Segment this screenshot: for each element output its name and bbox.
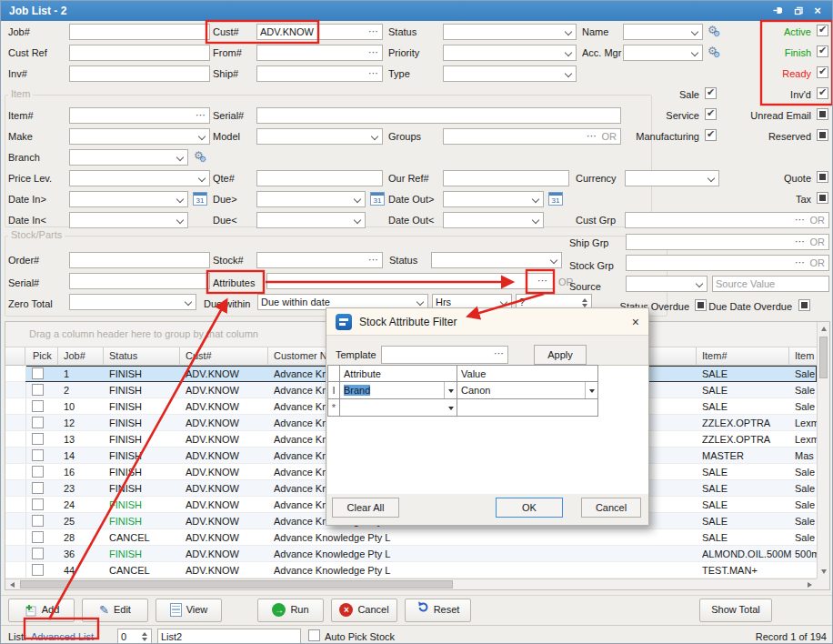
due-gt-dropdown[interactable] bbox=[256, 191, 366, 207]
close-icon[interactable]: × bbox=[632, 315, 639, 329]
header-item-no[interactable]: Item# bbox=[697, 347, 789, 366]
ellipsis-icon[interactable] bbox=[794, 256, 805, 269]
pick-checkbox[interactable] bbox=[32, 482, 44, 494]
service-checkbox[interactable] bbox=[705, 108, 717, 120]
zero-total-dropdown[interactable] bbox=[69, 294, 196, 310]
type-dropdown[interactable] bbox=[443, 65, 577, 82]
ready-checkbox[interactable] bbox=[817, 66, 828, 78]
attributes-button[interactable]: Attributes bbox=[213, 277, 255, 289]
stock-status-dropdown[interactable] bbox=[431, 252, 562, 268]
ellipsis-icon[interactable] bbox=[794, 213, 805, 226]
calendar-icon[interactable] bbox=[193, 192, 207, 206]
table-row[interactable]: 28 CANCEL ADV.KNOW Advance Knowledge Pty… bbox=[5, 529, 817, 546]
serial2-input[interactable] bbox=[69, 273, 210, 289]
ship-grp-input[interactable]: OR bbox=[626, 234, 829, 250]
chevron-down-icon[interactable] bbox=[691, 28, 698, 35]
invd-checkbox[interactable] bbox=[817, 87, 828, 99]
ellipsis-icon[interactable] bbox=[367, 45, 378, 59]
gear-icon[interactable]: ⚙⚙ bbox=[708, 25, 718, 35]
grid-header-attribute[interactable]: Attribute bbox=[339, 365, 457, 382]
vertical-scrollbar[interactable] bbox=[817, 322, 829, 579]
cust-input[interactable]: ADV.KNOW bbox=[256, 24, 383, 40]
pin-icon[interactable] bbox=[770, 5, 785, 17]
table-row[interactable]: 36 FINISH ADV.KNOW Advance Knowledge Pty… bbox=[5, 546, 817, 562]
cancel-button[interactable]: Cancel bbox=[581, 498, 641, 518]
scroll-down-icon[interactable] bbox=[821, 569, 827, 574]
attributes-input[interactable] bbox=[266, 273, 554, 289]
inv-input[interactable] bbox=[69, 65, 210, 82]
ellipsis-icon[interactable] bbox=[195, 108, 206, 122]
chevron-down-icon[interactable] bbox=[565, 28, 572, 35]
ellipsis-icon[interactable] bbox=[493, 347, 504, 360]
reset-button[interactable]: Reset bbox=[405, 599, 471, 622]
list-number-stepper[interactable]: 0 bbox=[117, 629, 152, 644]
header-status[interactable]: Status bbox=[104, 347, 180, 366]
spin-up-icon[interactable] bbox=[582, 298, 587, 302]
spin-down-icon[interactable] bbox=[142, 638, 147, 641]
status-overdue-checkbox[interactable] bbox=[695, 299, 707, 311]
chevron-down-icon[interactable] bbox=[696, 280, 703, 287]
chevron-down-icon[interactable] bbox=[500, 298, 507, 306]
pick-checkbox[interactable] bbox=[32, 400, 44, 412]
groups-input[interactable]: OR bbox=[443, 128, 621, 145]
pick-checkbox[interactable] bbox=[32, 564, 44, 576]
header-job[interactable]: Job# bbox=[58, 347, 104, 366]
priority-dropdown[interactable] bbox=[443, 45, 577, 61]
pick-checkbox[interactable] bbox=[32, 498, 44, 510]
finish-checkbox[interactable] bbox=[817, 45, 828, 57]
manufacturing-checkbox[interactable] bbox=[705, 129, 717, 141]
cust-grp-input[interactable]: OR bbox=[625, 212, 829, 228]
date-out-gt-dropdown[interactable] bbox=[443, 191, 544, 207]
chevron-down-icon[interactable] bbox=[198, 175, 206, 182]
reserved-checkbox[interactable] bbox=[817, 129, 828, 141]
chevron-down-icon[interactable] bbox=[416, 298, 424, 306]
pick-checkbox[interactable] bbox=[32, 466, 44, 478]
horizontal-scroll-thumb[interactable] bbox=[20, 580, 453, 589]
chevron-down-icon[interactable] bbox=[185, 298, 192, 306]
spin-up-icon[interactable] bbox=[142, 632, 147, 636]
close-icon[interactable]: × bbox=[810, 5, 825, 17]
status-dropdown[interactable] bbox=[443, 24, 577, 40]
acc-mgr-dropdown[interactable] bbox=[623, 45, 703, 61]
chevron-down-icon[interactable] bbox=[532, 196, 539, 203]
chevron-down-icon[interactable] bbox=[691, 49, 698, 56]
scroll-right-icon[interactable] bbox=[808, 582, 812, 588]
ellipsis-icon[interactable] bbox=[367, 25, 378, 38]
scroll-left-icon[interactable] bbox=[10, 582, 15, 588]
ellipsis-icon[interactable] bbox=[367, 253, 378, 267]
view-button[interactable]: View bbox=[156, 599, 222, 622]
header-item[interactable]: Item bbox=[789, 347, 817, 366]
source-dropdown[interactable] bbox=[626, 276, 708, 292]
attribute-cell[interactable]: Brand bbox=[339, 381, 457, 399]
stock-grp-input[interactable]: OR bbox=[626, 255, 829, 271]
name-dropdown[interactable] bbox=[623, 24, 703, 40]
restore-icon[interactable] bbox=[791, 5, 806, 17]
ellipsis-icon[interactable] bbox=[794, 235, 805, 248]
pick-checkbox[interactable] bbox=[32, 367, 44, 379]
due-date-overdue-checkbox[interactable] bbox=[798, 299, 810, 311]
price-lev-dropdown[interactable] bbox=[69, 170, 210, 186]
chevron-down-icon[interactable] bbox=[565, 70, 572, 77]
scroll-up-icon[interactable] bbox=[821, 327, 827, 331]
source-value-input[interactable]: Source Value bbox=[712, 276, 829, 292]
date-in-gt-dropdown[interactable] bbox=[69, 191, 188, 207]
serial-input[interactable] bbox=[256, 107, 621, 124]
currency-dropdown[interactable] bbox=[625, 170, 719, 186]
calendar-icon[interactable] bbox=[370, 192, 385, 206]
model-dropdown[interactable] bbox=[256, 128, 383, 145]
gear-icon[interactable]: ⚙⚙ bbox=[194, 150, 204, 161]
chevron-down-icon[interactable] bbox=[589, 389, 595, 393]
from-input[interactable] bbox=[256, 45, 383, 61]
make-dropdown[interactable] bbox=[69, 128, 210, 145]
chevron-down-icon[interactable] bbox=[176, 196, 184, 203]
show-total-button[interactable]: Show Total bbox=[699, 599, 772, 622]
pick-checkbox[interactable] bbox=[32, 433, 44, 445]
header-cust[interactable]: Cust# bbox=[180, 347, 268, 366]
ship-input[interactable] bbox=[256, 65, 383, 82]
calendar-icon[interactable] bbox=[548, 192, 563, 206]
chevron-down-icon[interactable] bbox=[532, 216, 539, 224]
cust-ref-input[interactable] bbox=[69, 45, 210, 61]
stock-no-input[interactable] bbox=[256, 252, 383, 268]
job-input[interactable] bbox=[69, 24, 210, 40]
gear-icon[interactable]: ⚙⚙ bbox=[708, 45, 718, 56]
